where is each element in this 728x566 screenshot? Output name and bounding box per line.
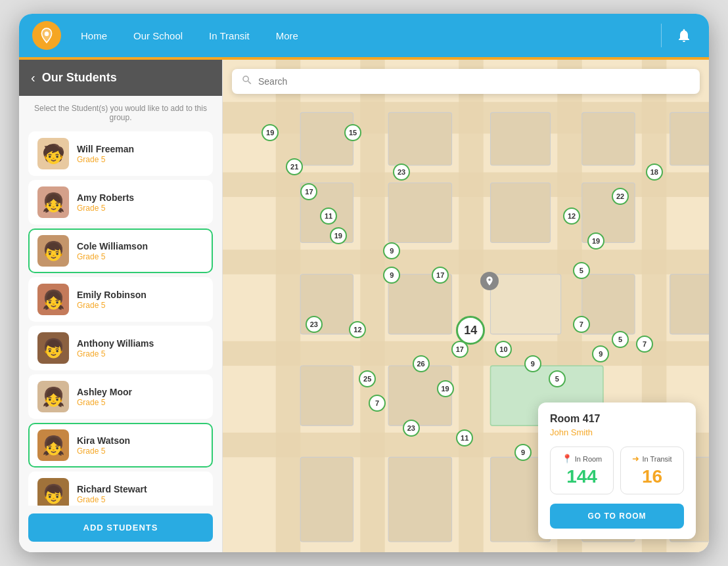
- map-area: 1921152317119917191423252617101975799512…: [223, 60, 709, 552]
- room-stats: 📍 In Room 144 ➜ In Transit 16: [550, 446, 684, 494]
- notification-bell-button[interactable]: [672, 24, 696, 47]
- student-item-emily-robinson[interactable]: 👧Emily RobinsonGrade 5: [28, 277, 213, 322]
- map-number-19: 19: [262, 124, 279, 141]
- map-number-19: 19: [437, 380, 454, 397]
- back-arrow-button[interactable]: ‹: [31, 70, 35, 85]
- map-number-17: 17: [432, 267, 449, 284]
- svg-rect-30: [300, 457, 353, 542]
- svg-rect-10: [459, 60, 484, 552]
- transit-icon: ➜: [632, 454, 639, 464]
- map-number-26: 26: [413, 355, 430, 372]
- student-name-anthony-williams: Anthony Williams: [77, 338, 154, 349]
- student-avatar-kira-watson: 👧: [37, 429, 69, 461]
- map-number-12: 12: [349, 321, 366, 338]
- student-grade-cole-williamson: Grade 5: [77, 252, 148, 261]
- svg-rect-27: [300, 366, 353, 425]
- sidebar-title: Our Students: [42, 71, 117, 85]
- student-item-kira-watson[interactable]: 👧Kira WatsonGrade 5: [28, 423, 213, 468]
- in-transit-count: 16: [626, 466, 678, 487]
- map-number-12: 12: [563, 207, 580, 225]
- location-icon: 📍: [562, 454, 572, 464]
- student-grade-richard-stewart: Grade 5: [77, 495, 147, 504]
- location-pin: [480, 272, 499, 290]
- map-number-17: 17: [300, 183, 317, 200]
- map-number-11: 11: [456, 429, 473, 446]
- in-room-label: 📍 In Room: [556, 454, 608, 464]
- map-number-23: 23: [393, 163, 410, 181]
- map-number-7: 7: [636, 336, 653, 353]
- svg-rect-26: [670, 274, 709, 334]
- student-item-anthony-williams[interactable]: 👦Anthony WilliamsGrade 5: [28, 326, 213, 370]
- svg-rect-8: [276, 60, 301, 552]
- student-name-ashley-moor: Ashley Moor: [77, 387, 132, 397]
- map-number-17: 17: [451, 341, 468, 358]
- room-number: Room 417: [550, 413, 684, 425]
- nav-in-transit[interactable]: In Transit: [209, 28, 250, 44]
- student-name-emily-robinson: Emily Robinson: [77, 290, 147, 300]
- header: Home Our School In Transit More: [19, 14, 709, 60]
- main-content: ‹ Our Students Select the Student(s) you…: [19, 60, 709, 552]
- student-name-amy-roberts: Amy Roberts: [77, 192, 134, 203]
- student-grade-amy-roberts: Grade 5: [77, 204, 134, 213]
- map-number-9: 9: [514, 444, 532, 461]
- map-number-18: 18: [646, 163, 663, 181]
- map-number-19: 19: [587, 232, 604, 250]
- in-transit-stat: ➜ In Transit 16: [620, 446, 684, 494]
- student-item-cole-williamson[interactable]: 👦Cole WilliamsonGrade 5: [28, 229, 213, 273]
- map-number-5: 5: [612, 331, 629, 348]
- student-item-richard-stewart[interactable]: 👦Richard StewartGrade 5: [28, 471, 213, 506]
- student-avatar-anthony-williams: 👦: [37, 332, 69, 364]
- map-number-9: 9: [524, 355, 541, 372]
- room-card: Room 417 John Smith 📍 In Room 144 ➜ In T…: [538, 403, 696, 539]
- logo: [32, 21, 61, 50]
- student-avatar-emily-robinson: 👧: [37, 284, 69, 315]
- map-number-22: 22: [612, 188, 629, 205]
- map-number-11: 11: [320, 207, 337, 225]
- nav-our-school[interactable]: Our School: [133, 28, 183, 44]
- student-name-kira-watson: Kira Watson: [77, 435, 130, 446]
- nav-more[interactable]: More: [276, 28, 298, 44]
- student-item-amy-roberts[interactable]: 👧Amy RobertsGrade 5: [28, 180, 213, 225]
- student-name-richard-stewart: Richard Stewart: [77, 484, 147, 494]
- student-grade-kira-watson: Grade 5: [77, 446, 130, 456]
- search-input[interactable]: [258, 76, 691, 87]
- svg-rect-14: [388, 112, 451, 165]
- svg-rect-19: [388, 183, 451, 243]
- add-students-button[interactable]: ADD STUDENTS: [28, 513, 213, 542]
- svg-rect-15: [491, 112, 551, 165]
- student-grade-anthony-williams: Grade 5: [77, 349, 154, 359]
- student-avatar-amy-roberts: 👧: [37, 186, 69, 218]
- student-grade-emily-robinson: Grade 5: [77, 301, 147, 310]
- nav-home[interactable]: Home: [81, 28, 107, 44]
- in-room-count: 144: [556, 466, 608, 487]
- map-number-9: 9: [383, 267, 400, 284]
- svg-rect-9: [360, 60, 385, 552]
- map-number-23: 23: [306, 316, 323, 333]
- map-number-15: 15: [344, 124, 361, 141]
- student-avatar-richard-stewart: 👦: [37, 478, 69, 506]
- student-item-ashley-moor[interactable]: 👧Ashley MoorGrade 5: [28, 374, 213, 419]
- student-name-will-freeman: Will Freeman: [77, 144, 134, 154]
- student-avatar-will-freeman: 🧒: [37, 138, 69, 169]
- svg-rect-20: [491, 183, 551, 243]
- search-bar: [232, 69, 700, 94]
- student-item-will-freeman[interactable]: 🧒Will FreemanGrade 5: [28, 131, 213, 176]
- sidebar: ‹ Our Students Select the Student(s) you…: [19, 60, 223, 552]
- map-number-21: 21: [286, 158, 303, 175]
- svg-rect-17: [670, 112, 709, 165]
- room-teacher: John Smith: [550, 427, 684, 437]
- go-to-room-button[interactable]: GO TO ROOM: [550, 504, 684, 529]
- svg-rect-31: [388, 457, 451, 542]
- search-icon: [241, 74, 253, 89]
- app-container: Home Our School In Transit More ‹ Our St…: [19, 14, 709, 552]
- svg-rect-24: [491, 274, 561, 334]
- student-grade-will-freeman: Grade 5: [77, 155, 134, 164]
- map-number-10: 10: [495, 341, 512, 358]
- student-avatar-ashley-moor: 👧: [37, 381, 69, 412]
- map-number-7: 7: [573, 316, 590, 333]
- map-number-9: 9: [383, 242, 400, 259]
- main-nav: Home Our School In Transit More: [81, 28, 650, 44]
- in-room-stat: 📍 In Room 144: [550, 446, 614, 494]
- map-number-5: 5: [549, 370, 566, 387]
- student-list: 🧒Will FreemanGrade 5👧Amy RobertsGrade 5👦…: [19, 127, 222, 506]
